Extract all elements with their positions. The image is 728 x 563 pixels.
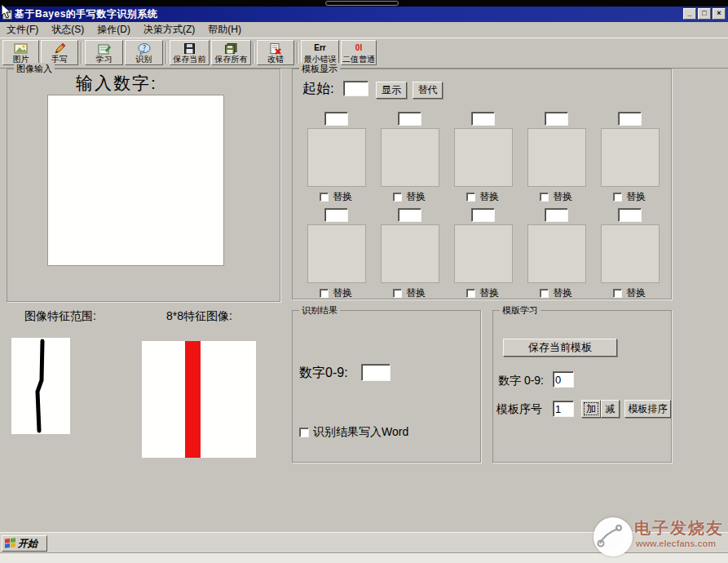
template-index-input[interactable]: [324, 112, 348, 126]
start-button[interactable]: 开始: [2, 535, 47, 552]
replace-checkbox-label: 替换: [626, 190, 646, 204]
template-number-input[interactable]: [553, 401, 574, 417]
screen: 基于Bayes的手写数字识别系统 _ □ × 文件(F) 状态(S) 操作(D)…: [0, 0, 728, 563]
template-image-box: [307, 128, 366, 187]
menu-status[interactable]: 状态(S): [48, 21, 90, 38]
windows-logo-icon: [5, 538, 15, 548]
decrease-button[interactable]: 减: [601, 400, 620, 418]
sort-templates-button[interactable]: 模板排序: [624, 400, 671, 418]
recognize-button[interactable]: ? 识别: [125, 40, 163, 65]
start-label: 起始:: [302, 79, 334, 98]
menu-file[interactable]: 文件(F): [3, 21, 45, 38]
replace-checkbox-label: 替换: [333, 286, 352, 300]
template-cell: 替换: [527, 112, 586, 205]
mouse-cursor: [1, 3, 12, 20]
binary-text-icon: 0I: [355, 42, 362, 53]
replace-checkbox[interactable]: [320, 289, 329, 298]
template-image-box: [307, 224, 366, 283]
result-digit-input[interactable]: [361, 364, 390, 381]
replace-checkbox[interactable]: [613, 193, 622, 202]
replace-checkbox[interactable]: [466, 193, 475, 202]
write-word-checkbox[interactable]: [299, 428, 309, 437]
replace-checkbox[interactable]: [613, 289, 622, 298]
picture-button[interactable]: 图片: [2, 40, 39, 65]
min-error-button[interactable]: Err 最小错误: [301, 40, 339, 65]
replace-checkbox[interactable]: [540, 289, 549, 298]
error-doc-icon: [270, 42, 282, 55]
replace-checkbox[interactable]: [393, 289, 402, 298]
question-bubble-icon: ?: [138, 42, 151, 55]
fix-error-button-label: 改错: [267, 55, 284, 64]
save-current-button[interactable]: 保存当前: [170, 40, 210, 65]
increase-button-label: 加: [586, 402, 596, 416]
template-learning-group-label: 模版学习: [500, 304, 540, 316]
template-image-box: [601, 224, 660, 283]
replace-checkbox[interactable]: [320, 193, 329, 202]
template-image-box: [454, 128, 513, 187]
learn-digit-input[interactable]: [553, 371, 574, 388]
minimize-icon[interactable]: _: [683, 8, 696, 20]
app-window: 基于Bayes的手写数字识别系统 _ □ × 文件(F) 状态(S) 操作(D)…: [0, 7, 728, 532]
template-cell: 替换: [307, 112, 366, 205]
start-index-input[interactable]: [343, 81, 368, 96]
template-index-input[interactable]: [324, 208, 348, 222]
template-cell: 替换: [601, 112, 660, 205]
feature-image-label: 8*8特征图像:: [166, 309, 232, 324]
template-index-input[interactable]: [618, 208, 642, 222]
toolbar-separator: [81, 42, 82, 64]
template-index-input[interactable]: [398, 208, 421, 222]
template-cell: 替换: [601, 208, 660, 301]
replace-checkbox-label: 替换: [406, 286, 426, 300]
floppy-icon: [184, 42, 195, 55]
pencil-icon: [54, 42, 66, 55]
save-all-button-label: 保存所有: [215, 55, 248, 64]
menu-bar: 文件(F) 状态(S) 操作(D) 决策方式(Z) 帮助(H): [0, 22, 728, 38]
learn-button[interactable]: 学习: [85, 40, 123, 65]
binary-normal-button[interactable]: 0I 二值普通: [341, 40, 377, 65]
handwrite-button[interactable]: 手写: [41, 40, 78, 65]
menu-operate[interactable]: 操作(D): [94, 21, 137, 38]
save-template-button[interactable]: 保存当前模板: [503, 339, 617, 357]
template-index-input[interactable]: [618, 112, 642, 126]
replace-checkbox[interactable]: [540, 193, 549, 202]
replace-checkbox[interactable]: [466, 289, 475, 298]
close-icon[interactable]: ×: [713, 8, 726, 20]
template-index-input[interactable]: [471, 112, 495, 126]
toolbar-separator: [297, 42, 298, 64]
template-cell: 替换: [454, 208, 513, 301]
learn-button-label: 学习: [96, 55, 113, 64]
menu-help[interactable]: 帮助(H): [205, 21, 248, 38]
substitute-button[interactable]: 替代: [413, 82, 443, 99]
recognize-button-label: 识别: [136, 55, 152, 64]
substitute-button-label: 替代: [418, 83, 438, 97]
input-digit-label: 输入数字:: [76, 72, 157, 95]
show-button[interactable]: 显示: [376, 82, 407, 99]
show-button-label: 显示: [382, 83, 401, 97]
learn-digit-label: 数字 0-9:: [498, 374, 544, 388]
fix-error-button[interactable]: 改错: [257, 40, 294, 65]
replace-checkbox-label: 替换: [479, 190, 499, 204]
template-index-input[interactable]: [398, 112, 421, 126]
save-all-button[interactable]: 保存所有: [211, 40, 251, 65]
image-input-group-label: 图像输入: [14, 63, 55, 74]
video-player-bar: ▶ ⓘ 0:00/0:04: [0, 552, 728, 563]
handwriting-preview: [11, 338, 70, 434]
restore-icon[interactable]: □: [698, 8, 711, 20]
template-cell: 替换: [454, 112, 513, 205]
template-cell: 替换: [381, 112, 439, 205]
template-index-input[interactable]: [471, 208, 495, 222]
template-learning-groupbox: 模版学习 保存当前模板 数字 0-9: 模板序号 加 减 模板排序: [492, 310, 672, 463]
template-cell: 替换: [307, 208, 366, 301]
feature-range-label: 图像特征范围:: [24, 309, 96, 324]
title-bar: 基于Bayes的手写数字识别系统 _ □ ×: [0, 7, 728, 22]
digit-drawing-canvas[interactable]: [47, 95, 224, 266]
replace-checkbox[interactable]: [393, 193, 402, 202]
menu-decision[interactable]: 决策方式(Z): [140, 21, 201, 38]
increase-button[interactable]: 加: [581, 400, 601, 418]
template-index-input[interactable]: [545, 112, 568, 126]
save-template-button-label: 保存当前模板: [528, 340, 592, 355]
template-index-input[interactable]: [545, 208, 568, 222]
template-index-label: 模板序号: [496, 402, 542, 417]
template-image-box: [381, 224, 439, 283]
toolbar-separator: [253, 42, 254, 64]
